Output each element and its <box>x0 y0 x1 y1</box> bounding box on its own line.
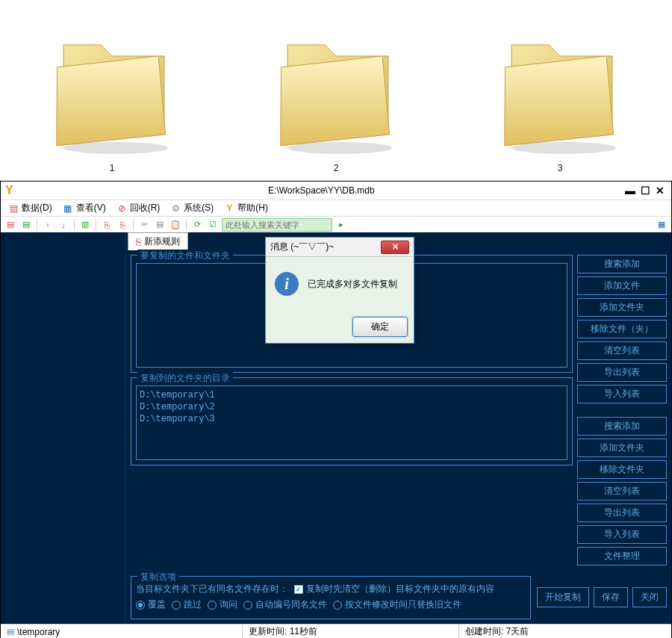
app-window: Y E:\WorkSpace\YY\DB.mdb ▬ ☐ ✕ ▤数据(D) ▦查… <box>0 181 672 638</box>
menu-system[interactable]: ⚙系统(S) <box>166 200 218 216</box>
radio-icon <box>208 601 217 610</box>
tb-layout-icon[interactable]: ▥ <box>78 218 92 232</box>
radio-icon <box>172 601 181 610</box>
btn-import-list[interactable]: 导入列表 <box>577 385 667 403</box>
toolbar: ▤ ▤ ↑ ↓ ▥ ⎘ ⎘ ✂ ▤ 📋 ⟳ ☑ ▸ ▦ <box>1 216 671 232</box>
btn-clear-list2[interactable]: 清空列表 <box>577 482 667 501</box>
menu-view[interactable]: ▦查看(V) <box>58 200 111 216</box>
tb-refresh-icon[interactable]: ⟳ <box>190 218 204 232</box>
btn-remove-folder2[interactable]: 移除文件夹 <box>577 460 667 479</box>
status-path: \temporary <box>17 627 60 637</box>
menu-help[interactable]: Y帮助(H) <box>220 200 273 216</box>
info-dialog: 消息 (~￣▽￣)~ ✕ i 已完成多对多文件复制 确定 <box>265 237 414 344</box>
checkbox-clear-first[interactable]: ✓复制时先清空（删除）目标文件夹中的原有内容 <box>294 583 494 595</box>
recycle-icon: ⊘ <box>116 203 127 214</box>
folder-label: 1 <box>110 163 115 173</box>
menu-recycle[interactable]: ⊘回收(R) <box>112 200 165 216</box>
dest-list[interactable]: D:\temporary\1 D:\temporary\2 D:\tempora… <box>136 385 567 460</box>
radio-overwrite[interactable]: 覆盖 <box>136 598 166 611</box>
btn-remove-file[interactable]: 移除文件（夹） <box>577 320 667 338</box>
folder-icon <box>265 15 407 157</box>
tb-paste-icon[interactable]: ⎘ <box>116 218 129 232</box>
tb-clip-icon[interactable]: 📋 <box>169 218 182 232</box>
btn-export-list[interactable]: 导出列表 <box>577 363 667 382</box>
app-logo-icon: Y <box>5 184 13 197</box>
folder-label: 3 <box>558 163 563 173</box>
dialog-message: 已完成多对多文件复制 <box>308 278 397 291</box>
window-title: E:\WorkSpace\YY\DB.mdb <box>19 185 623 196</box>
btn-add-folder[interactable]: 添加文件夹 <box>577 298 667 317</box>
dest-group: 复制到的文件夹的目录 D:\temporary\1 D:\temporary\2… <box>131 377 573 465</box>
btn-save[interactable]: 保存 <box>594 587 628 607</box>
tb-copy-icon[interactable]: ⎘ <box>100 218 113 232</box>
tb-add-icon[interactable]: ▤ <box>19 218 33 232</box>
tab-icon: ⎘ <box>136 237 141 247</box>
list-item[interactable]: D:\temporary\3 <box>140 413 564 425</box>
btn-add-folder2[interactable]: 添加文件夹 <box>577 439 667 457</box>
tb-sel-icon[interactable]: ☑ <box>206 218 220 232</box>
btn-add-file[interactable]: 添加文件 <box>577 276 667 295</box>
options-prompt: 当目标文件夹下已有同名文件存在时： <box>136 583 288 595</box>
btn-export-list2[interactable]: 导出列表 <box>577 504 667 522</box>
help-icon: Y <box>224 203 234 214</box>
list-item[interactable]: D:\temporary\2 <box>140 401 564 413</box>
close-button[interactable]: ✕ <box>653 184 667 197</box>
radio-icon <box>333 601 342 610</box>
tb-new-icon[interactable]: ▤ <box>4 218 17 232</box>
tab-new-rule[interactable]: ⎘ 新添规则 <box>128 232 188 250</box>
options-title: 复制选项 <box>137 571 179 583</box>
path-icon: ▤ <box>7 627 14 637</box>
tb-window-icon[interactable]: ▦ <box>655 218 668 232</box>
status-create: 创建时间: 7天前 <box>465 625 529 638</box>
radio-autonum[interactable]: 自动编号同名文件 <box>243 598 327 611</box>
status-update: 更新时间: 11秒前 <box>249 625 317 638</box>
doc-icon: ▤ <box>8 203 19 214</box>
btn-import-list2[interactable]: 导入列表 <box>577 525 667 544</box>
left-panel <box>1 232 126 624</box>
tb-cut-icon[interactable]: ✂ <box>137 218 151 232</box>
grid-icon: ▦ <box>63 203 73 214</box>
search-input[interactable] <box>222 218 332 232</box>
btn-clear-list[interactable]: 清空列表 <box>577 341 667 360</box>
minimize-button[interactable]: ▬ <box>623 184 637 197</box>
title-bar: Y E:\WorkSpace\YY\DB.mdb ▬ ☐ ✕ <box>1 182 671 199</box>
radio-ask[interactable]: 询问 <box>208 598 237 611</box>
tb-up-icon[interactable]: ↑ <box>41 218 55 232</box>
btn-close[interactable]: 关闭 <box>632 587 667 607</box>
btn-search-add2[interactable]: 搜索添加 <box>577 417 667 436</box>
radio-icon <box>243 601 252 610</box>
list-item[interactable]: D:\temporary\1 <box>140 389 564 401</box>
group-title: 复制到的文件夹的目录 <box>137 372 233 385</box>
tb-doc-icon[interactable]: ▤ <box>153 218 167 232</box>
info-icon: i <box>275 272 299 296</box>
radio-replace-old[interactable]: 按文件修改时间只替换旧文件 <box>333 598 461 611</box>
folder-item[interactable]: 3 <box>489 15 631 173</box>
folder-item[interactable]: 1 <box>41 15 183 173</box>
folder-icon <box>489 15 631 157</box>
svg-point-1 <box>287 142 392 154</box>
menu-bar: ▤数据(D) ▦查看(V) ⊘回收(R) ⚙系统(S) Y帮助(H) <box>1 199 671 216</box>
svg-point-0 <box>63 142 168 154</box>
checkbox-icon: ✓ <box>294 585 303 594</box>
svg-point-2 <box>511 142 616 154</box>
folder-label: 2 <box>334 163 339 173</box>
options-group: 复制选项 当目标文件夹下已有同名文件存在时： ✓复制时先清空（删除）目标文件夹中… <box>131 576 531 619</box>
dialog-title: 消息 (~￣▽￣)~ <box>270 241 381 253</box>
gear-icon: ⚙ <box>170 203 181 214</box>
btn-search-add[interactable]: 搜索添加 <box>577 255 667 273</box>
dialog-close-button[interactable]: ✕ <box>381 241 409 254</box>
group-title: 要复制的文件和文件夹 <box>137 250 233 262</box>
radio-icon <box>136 601 145 610</box>
folder-icon <box>41 15 183 157</box>
tb-down-icon[interactable]: ↓ <box>57 218 70 232</box>
folder-item[interactable]: 2 <box>265 15 407 173</box>
tb-go-icon[interactable]: ▸ <box>335 218 348 232</box>
status-bar: ▤\temporary 更新时间: 11秒前 创建时间: 7天前 <box>1 624 671 638</box>
menu-data[interactable]: ▤数据(D) <box>4 200 57 216</box>
btn-start-copy[interactable]: 开始复制 <box>537 587 589 607</box>
dialog-ok-button[interactable]: 确定 <box>352 317 408 337</box>
btn-file-organize[interactable]: 文件整理 <box>577 547 667 566</box>
radio-skip[interactable]: 跳过 <box>172 598 202 611</box>
maximize-button[interactable]: ☐ <box>638 184 652 197</box>
